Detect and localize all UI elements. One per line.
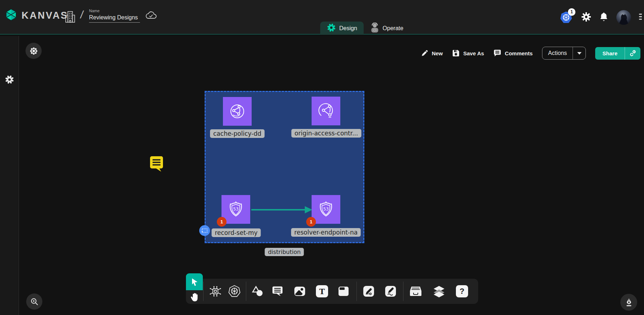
- group-label[interactable]: distribution: [265, 248, 304, 256]
- user-avatar[interactable]: [616, 10, 631, 25]
- hand-icon: [190, 292, 199, 302]
- toolbar-separator: [356, 282, 357, 301]
- tool-archive[interactable]: [409, 284, 423, 298]
- node-resolver-endpoint[interactable]: 53: [312, 195, 340, 224]
- archive-drawer-icon: [409, 286, 422, 297]
- freehand-pencil-icon: [384, 285, 397, 297]
- cursor-arrow-icon: [191, 278, 199, 286]
- actions-caret[interactable]: [573, 47, 585, 59]
- canvas-comment-marker[interactable]: [148, 155, 164, 174]
- selection-rect-icon: [202, 228, 207, 233]
- share-button[interactable]: Share: [595, 47, 640, 60]
- new-button[interactable]: New: [421, 49, 443, 57]
- comments-icon: [493, 49, 501, 57]
- left-sidebar: [0, 36, 19, 315]
- save-as-button[interactable]: Save As: [452, 49, 484, 57]
- chevron-down-icon: [577, 52, 582, 55]
- svg-text:53: 53: [233, 207, 238, 212]
- canvas-action-row: New Save As Comments Actions Share: [421, 45, 640, 61]
- tab-design-label: Design: [339, 25, 357, 32]
- breadcrumb-separator: /: [80, 9, 84, 21]
- route53-shield-icon: 53: [317, 200, 335, 219]
- svg-text:53: 53: [323, 207, 328, 212]
- actions-dropdown-button[interactable]: Actions: [542, 47, 586, 60]
- kubernetes-context-button[interactable]: 1: [560, 11, 573, 24]
- route53-shield-icon: 53: [227, 200, 245, 219]
- image-icon: [294, 285, 306, 297]
- organization-icon[interactable]: [65, 9, 75, 26]
- tool-layers[interactable]: [432, 284, 446, 298]
- node-issue-badge[interactable]: 1: [306, 217, 316, 227]
- tool-pan[interactable]: [186, 290, 203, 304]
- tool-shapes[interactable]: [250, 284, 265, 298]
- operate-person-icon: [370, 23, 379, 34]
- node-label[interactable]: origin-access-contr...: [291, 129, 361, 138]
- tab-operate-label: Operate: [383, 25, 403, 32]
- save-icon: [452, 49, 460, 57]
- menu-hamburger-icon[interactable]: [639, 14, 642, 22]
- design-name-input[interactable]: [89, 14, 140, 23]
- cloudfront-globe-icon: [228, 102, 247, 121]
- comment-tool-icon: [271, 286, 284, 297]
- node-issue-badge[interactable]: 1: [217, 217, 227, 227]
- origin-access-globe-icon: [316, 101, 336, 121]
- pen-nib-button[interactable]: [620, 294, 637, 311]
- edge-record-to-resolver[interactable]: [250, 205, 313, 214]
- toolbar-separator: [203, 282, 204, 301]
- tab-operate[interactable]: Operate: [364, 22, 410, 35]
- comment-bubble-icon: [148, 155, 164, 172]
- tool-text[interactable]: T: [315, 284, 329, 298]
- app-header: KANVAS / Name: [0, 0, 644, 35]
- node-label[interactable]: record-set-my: [211, 228, 261, 237]
- tool-select-active[interactable]: [186, 273, 203, 290]
- tool-image[interactable]: [293, 284, 307, 298]
- node-origin-access[interactable]: [312, 97, 340, 125]
- tool-help[interactable]: ?: [455, 284, 469, 298]
- save-as-button-label: Save As: [463, 50, 484, 56]
- new-button-label: New: [432, 50, 443, 56]
- brand-name: KANVAS: [22, 10, 68, 21]
- settings-gear-icon[interactable]: [581, 12, 591, 23]
- tab-design[interactable]: Design: [320, 22, 364, 35]
- link-icon: [629, 50, 636, 57]
- note-icon: [337, 286, 350, 297]
- comments-button[interactable]: Comments: [493, 49, 533, 57]
- help-icon: ?: [456, 285, 468, 297]
- share-button-label: Share: [595, 47, 625, 60]
- notifications-bell-icon[interactable]: [599, 12, 608, 23]
- comments-button-label: Comments: [505, 50, 533, 56]
- actions-button-label: Actions: [542, 47, 573, 59]
- meshery-swirl-icon[interactable]: [5, 75, 14, 86]
- circuit-icon: [209, 285, 221, 297]
- pencil-icon: [421, 49, 429, 57]
- design-name-label: Name: [89, 9, 140, 13]
- design-name-field: Name: [89, 9, 140, 23]
- tool-comment[interactable]: [270, 284, 285, 298]
- tool-note[interactable]: [336, 284, 351, 298]
- tool-component[interactable]: [208, 284, 223, 298]
- toolbar-separator: [403, 282, 403, 301]
- bottom-toolbar: T: [186, 279, 478, 304]
- design-swirl-icon: [327, 23, 336, 34]
- canvas-swirl-button[interactable]: [25, 43, 42, 59]
- tool-freehand[interactable]: [383, 284, 398, 298]
- layers-icon: [433, 285, 445, 297]
- group-select-chip[interactable]: [199, 225, 210, 236]
- node-label[interactable]: resolver-endpoint-na: [291, 228, 361, 237]
- copy-link-button[interactable]: [625, 47, 640, 60]
- text-tool-icon: T: [316, 285, 328, 297]
- node-cache-policy[interactable]: [223, 97, 252, 126]
- mode-tabs: Design Operate: [320, 22, 410, 35]
- shapes-icon: [251, 285, 264, 297]
- kanvas-logo-icon[interactable]: [4, 8, 18, 23]
- tool-kubernetes[interactable]: [227, 284, 242, 298]
- cloud-save-status-icon: [145, 11, 158, 22]
- tool-edge-pen[interactable]: [361, 284, 376, 298]
- node-label[interactable]: cache-policy-dd: [210, 129, 265, 138]
- toolbar-separator: [246, 282, 246, 301]
- zoom-in-button[interactable]: [26, 293, 42, 310]
- k8s-context-count-badge: 1: [568, 8, 575, 16]
- kubernetes-helm-icon: [228, 285, 241, 298]
- edge-pen-icon: [363, 285, 375, 297]
